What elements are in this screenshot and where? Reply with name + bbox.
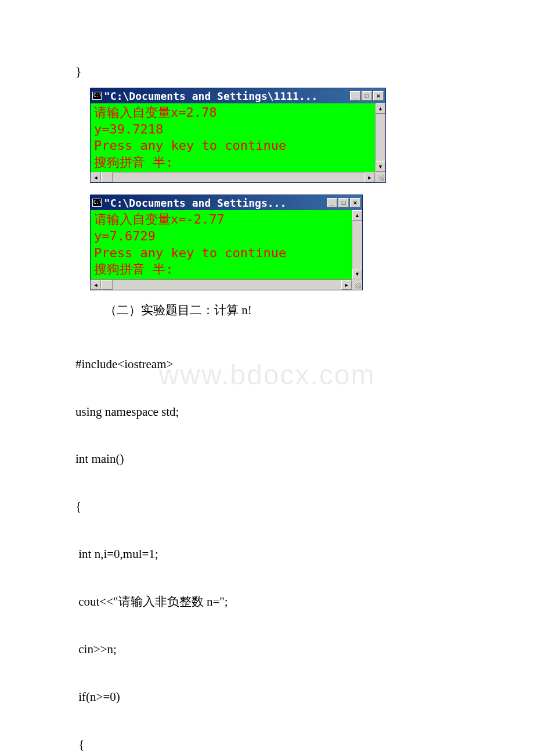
closing-brace: } (75, 64, 459, 79)
titlebar-1: C:\ "C:\Documents and Settings\1111... _… (91, 88, 385, 103)
console-line: Press any key to continue (94, 245, 348, 262)
titlebar-buttons-2: _ □ × (327, 198, 360, 207)
section-heading: （二）实验题目二：计算 n! (104, 302, 459, 318)
scroll-left-button[interactable]: ◄ (91, 280, 101, 290)
scroll-up-button[interactable]: ▲ (352, 210, 362, 221)
code-line: int n,i=0,mul=1; (75, 542, 459, 566)
title-text-1: "C:\Documents and Settings\1111... (104, 90, 350, 102)
horizontal-scrollbar[interactable]: ◄ ► (91, 172, 375, 182)
scroll-track[interactable] (113, 280, 341, 290)
cmd-icon: C:\ (92, 199, 102, 207)
scroll-thumb[interactable] (101, 172, 113, 182)
vertical-scrollbar[interactable]: ▲ ▼ (375, 103, 385, 172)
console-line: y=39.7218 (94, 121, 371, 138)
scroll-up-button[interactable]: ▲ (376, 103, 385, 114)
scroll-right-button[interactable]: ► (365, 172, 375, 182)
horizontal-scrollbar[interactable]: ◄ ► (91, 279, 352, 290)
code-line: if(n>=0) (75, 685, 459, 709)
minimize-button[interactable]: _ (350, 91, 360, 100)
code-line: using namespace std; (75, 400, 459, 424)
console-line: 搜狗拼音 半: (94, 154, 371, 171)
code-line: cin>>n; (75, 638, 459, 661)
minimize-button[interactable]: _ (327, 198, 337, 207)
titlebar-buttons-1: _ □ × (350, 91, 384, 100)
code-line: { (75, 733, 459, 756)
console-line: 请输入自变量x=-2.77 (94, 211, 348, 228)
vertical-scrollbar[interactable]: ▲ ▼ (352, 210, 362, 279)
cmd-icon: C:\ (92, 92, 102, 100)
console-window-2: C:\ "C:\Documents and Settings... _ □ × … (90, 195, 363, 290)
resize-grip[interactable] (352, 279, 362, 290)
console-line: 请输入自变量x=2.78 (94, 105, 371, 121)
code-line: #include<iostream> (75, 352, 459, 376)
console-window-1: C:\ "C:\Documents and Settings\1111... _… (90, 88, 386, 183)
console-line: 搜狗拼音 半: (94, 261, 348, 278)
scroll-right-button[interactable]: ► (341, 280, 352, 290)
title-text-2: "C:\Documents and Settings... (104, 197, 327, 209)
titlebar-2: C:\ "C:\Documents and Settings... _ □ × (91, 195, 362, 210)
maximize-button[interactable]: □ (362, 91, 372, 100)
close-button[interactable]: × (350, 198, 360, 207)
scroll-thumb[interactable] (101, 280, 113, 290)
console-output-2: 请输入自变量x=-2.77 y=7.6729 Press any key to … (91, 210, 352, 279)
scroll-track[interactable] (113, 172, 365, 182)
code-line: cout<<"请输入非负整数 n="; (75, 590, 459, 614)
code-line: { (75, 495, 459, 519)
resize-grip[interactable] (375, 172, 385, 182)
maximize-button[interactable]: □ (338, 198, 349, 207)
close-button[interactable]: × (373, 91, 384, 100)
console-output-1: 请输入自变量x=2.78 y=39.7218 Press any key to … (91, 103, 375, 172)
scroll-down-button[interactable]: ▼ (352, 269, 362, 279)
console-line: Press any key to continue (94, 138, 371, 154)
scroll-down-button[interactable]: ▼ (376, 161, 385, 172)
code-line: int main() (75, 447, 459, 471)
code-block: #include<iostream> using namespace std; … (75, 329, 459, 756)
scroll-left-button[interactable]: ◄ (91, 172, 101, 182)
console-line: y=7.6729 (94, 228, 348, 245)
